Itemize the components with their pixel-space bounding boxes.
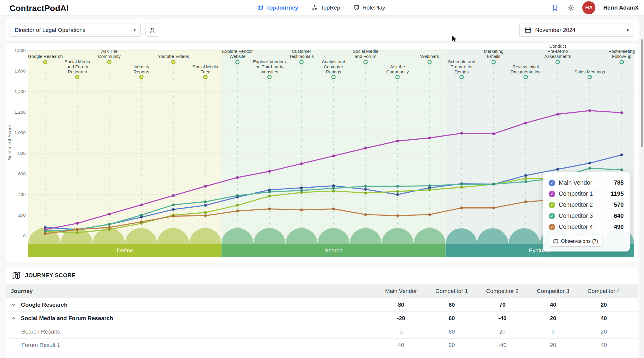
- gear-icon[interactable]: [567, 4, 575, 12]
- data-point[interactable]: [172, 194, 175, 197]
- bookmark-icon[interactable]: [551, 4, 559, 12]
- data-point[interactable]: [44, 230, 47, 232]
- data-point[interactable]: [492, 132, 495, 135]
- data-point[interactable]: [460, 186, 463, 189]
- data-point[interactable]: [492, 206, 495, 209]
- data-point[interactable]: [620, 169, 623, 171]
- touchpoint-marker[interactable]: [204, 75, 207, 79]
- data-point[interactable]: [332, 208, 335, 210]
- data-point[interactable]: [396, 214, 399, 217]
- data-point[interactable]: [300, 162, 303, 165]
- data-point[interactable]: [236, 204, 239, 207]
- data-point[interactable]: [236, 176, 239, 179]
- data-point[interactable]: [204, 200, 207, 203]
- table-row[interactable]: Social Media and Forum Research-2060-402…: [6, 312, 638, 325]
- page-scrollbar-track[interactable]: [640, 16, 644, 358]
- data-point[interactable]: [524, 180, 527, 183]
- data-point[interactable]: [300, 209, 303, 211]
- touchpoint-marker[interactable]: [332, 75, 335, 79]
- touchpoint-marker[interactable]: [588, 75, 592, 79]
- data-point[interactable]: [588, 109, 591, 112]
- touchpoint-marker[interactable]: [524, 75, 527, 79]
- data-point[interactable]: [428, 137, 431, 139]
- data-point[interactable]: [428, 213, 431, 216]
- data-point[interactable]: [396, 185, 399, 188]
- data-point[interactable]: [268, 208, 271, 210]
- data-point[interactable]: [172, 203, 175, 206]
- touchpoint-marker[interactable]: [460, 75, 463, 79]
- data-point[interactable]: [140, 220, 143, 223]
- data-point[interactable]: [396, 193, 399, 196]
- data-point[interactable]: [108, 226, 111, 229]
- data-point[interactable]: [460, 183, 463, 186]
- data-point[interactable]: [396, 190, 399, 193]
- data-point[interactable]: [364, 147, 367, 149]
- data-point[interactable]: [364, 185, 367, 188]
- data-point[interactable]: [556, 168, 559, 171]
- touchpoint-marker[interactable]: [300, 60, 303, 64]
- data-point[interactable]: [108, 213, 111, 215]
- data-point[interactable]: [268, 191, 271, 193]
- data-point[interactable]: [524, 174, 527, 177]
- data-point[interactable]: [140, 203, 143, 206]
- data-point[interactable]: [332, 189, 335, 192]
- persona-manage-button[interactable]: [145, 24, 159, 37]
- touchpoint-marker[interactable]: [396, 75, 399, 79]
- data-point[interactable]: [236, 194, 239, 197]
- data-point[interactable]: [460, 206, 463, 209]
- chevron-down-icon[interactable]: [11, 302, 17, 308]
- data-point[interactable]: [268, 195, 271, 197]
- touchpoint-marker[interactable]: [428, 60, 431, 64]
- nav-item-topjourney[interactable]: TopJourney: [257, 4, 298, 11]
- touchpoint-marker[interactable]: [75, 75, 79, 79]
- data-point[interactable]: [172, 215, 175, 217]
- data-point[interactable]: [620, 111, 623, 114]
- data-point[interactable]: [268, 170, 271, 173]
- persona-select[interactable]: Director of Legal Operations ▾: [10, 24, 141, 37]
- data-point[interactable]: [140, 214, 143, 216]
- data-point[interactable]: [204, 214, 207, 217]
- data-point[interactable]: [300, 189, 303, 192]
- data-point[interactable]: [428, 184, 431, 187]
- data-point[interactable]: [204, 185, 207, 188]
- data-point[interactable]: [76, 228, 79, 231]
- nav-item-toprep[interactable]: TopRep: [311, 4, 340, 11]
- data-point[interactable]: [236, 210, 239, 212]
- data-point[interactable]: [172, 208, 175, 211]
- data-point[interactable]: [332, 184, 335, 187]
- data-point[interactable]: [332, 155, 335, 157]
- data-point[interactable]: [396, 140, 399, 142]
- data-point[interactable]: [524, 122, 527, 124]
- table-row[interactable]: Google Research8060704020: [6, 298, 638, 312]
- data-point[interactable]: [428, 189, 431, 191]
- data-point[interactable]: [300, 186, 303, 189]
- data-point[interactable]: [556, 113, 559, 115]
- data-point[interactable]: [364, 192, 367, 194]
- data-point[interactable]: [204, 204, 207, 207]
- data-point[interactable]: [108, 223, 111, 226]
- touchpoint-marker[interactable]: [364, 60, 367, 64]
- nav-item-roleplay[interactable]: RolePlay: [353, 4, 385, 11]
- observations-button[interactable]: Observations (7): [549, 236, 603, 247]
- data-point[interactable]: [588, 167, 591, 169]
- page-scrollbar-thumb[interactable]: [641, 39, 643, 147]
- data-point[interactable]: [460, 132, 463, 135]
- data-point[interactable]: [44, 232, 47, 235]
- touchpoint-marker[interactable]: [44, 60, 47, 64]
- data-point[interactable]: [620, 154, 623, 156]
- data-point[interactable]: [588, 162, 591, 164]
- data-point[interactable]: [492, 183, 495, 186]
- data-point[interactable]: [76, 222, 79, 225]
- data-point[interactable]: [524, 177, 527, 180]
- touchpoint-marker[interactable]: [492, 60, 496, 64]
- touchpoint-marker[interactable]: [620, 60, 623, 64]
- avatar[interactable]: HA: [582, 1, 595, 14]
- data-point[interactable]: [364, 213, 367, 216]
- touchpoint-marker[interactable]: [556, 60, 559, 64]
- touchpoint-marker[interactable]: [268, 75, 271, 79]
- data-point[interactable]: [364, 188, 367, 191]
- touchpoint-marker[interactable]: [236, 60, 239, 64]
- date-select[interactable]: November 2024 ▾: [519, 24, 634, 37]
- touchpoint-marker[interactable]: [172, 60, 175, 64]
- touchpoint-marker[interactable]: [108, 60, 111, 64]
